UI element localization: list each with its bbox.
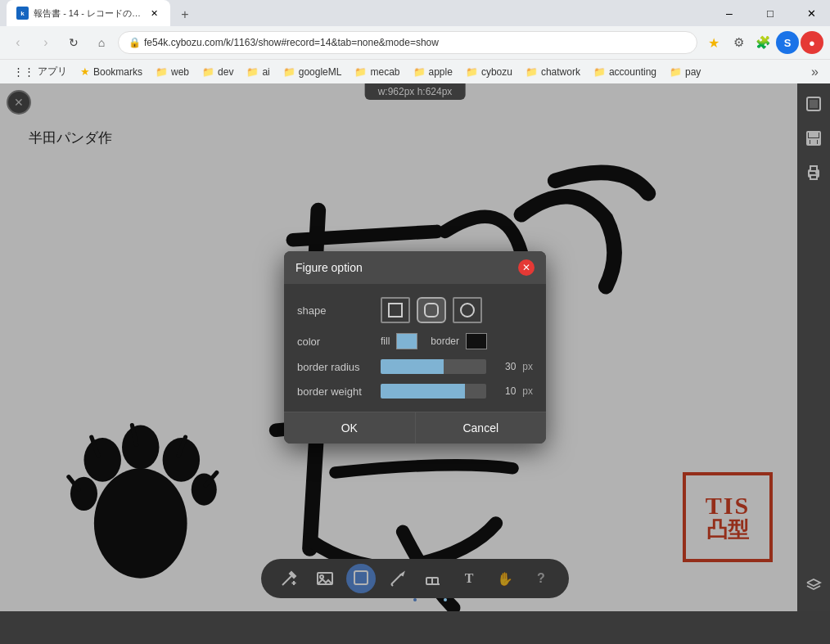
bookmark-bookmarks-label: Bookmarks bbox=[93, 66, 142, 78]
border-color-swatch[interactable] bbox=[466, 333, 487, 349]
lock-icon: 🔒 bbox=[129, 37, 141, 48]
maximize-button[interactable]: □ bbox=[751, 0, 789, 26]
notification-button[interactable]: ● bbox=[801, 31, 823, 54]
bookmark-apps-label: アプリ bbox=[38, 65, 67, 79]
extensions-button[interactable]: 🧩 bbox=[751, 31, 774, 54]
border-radius-value: 30 bbox=[493, 361, 516, 372]
border-weight-value: 10 bbox=[493, 385, 516, 397]
bookmark-chatwork[interactable]: 📁 chatwork bbox=[519, 65, 587, 79]
bookmark-ai[interactable]: 📁 ai bbox=[240, 65, 276, 79]
tab-close-button[interactable]: ✕ bbox=[148, 7, 160, 20]
bookmark-mecab-label: mecab bbox=[370, 66, 399, 78]
bookmark-web[interactable]: 📁 web bbox=[149, 65, 196, 79]
address-bar-input[interactable]: 🔒 fe54k.cybozu.com/k/1163/show#record=14… bbox=[118, 31, 697, 54]
rounded-rect-shape-button[interactable] bbox=[417, 297, 446, 323]
fill-color-swatch[interactable] bbox=[396, 333, 417, 349]
border-weight-slider[interactable] bbox=[381, 384, 486, 399]
bookmark-cybozu[interactable]: 📁 cybozu bbox=[459, 65, 519, 79]
bookmark-apple-label: apple bbox=[429, 66, 453, 78]
bookmark-bookmarks[interactable]: ★ Bookmarks bbox=[74, 64, 149, 79]
dialog-cancel-button[interactable]: Cancel bbox=[416, 412, 547, 444]
reload-button[interactable]: ↻ bbox=[62, 31, 85, 54]
shape-label: shape bbox=[297, 304, 371, 317]
account-avatar[interactable]: S bbox=[776, 31, 799, 54]
border-radius-unit: px bbox=[522, 361, 533, 372]
bookmark-cybozu-label: cybozu bbox=[481, 66, 512, 78]
home-button[interactable]: ⌂ bbox=[90, 31, 113, 54]
border-radius-slider[interactable] bbox=[381, 359, 486, 374]
bookmark-mecab[interactable]: 📁 mecab bbox=[348, 65, 406, 79]
active-tool-indicator bbox=[444, 598, 447, 601]
fill-label: fill bbox=[381, 336, 390, 347]
border-label: border bbox=[431, 336, 459, 347]
tab-favicon: k bbox=[16, 7, 29, 20]
close-window-button[interactable]: ✕ bbox=[792, 0, 830, 26]
tab-label: 報告書 - 14 - レコードの詳細 bbox=[34, 7, 143, 20]
svg-rect-29 bbox=[389, 304, 402, 317]
bookmark-accounting[interactable]: 📁 accounting bbox=[587, 65, 663, 79]
bookmark-apple[interactable]: 📁 apple bbox=[407, 65, 459, 79]
bookmark-dev-label: dev bbox=[218, 66, 233, 78]
active-tab[interactable]: k 報告書 - 14 - レコードの詳細 ✕ bbox=[7, 0, 170, 26]
dialog-title: Figure option bbox=[295, 261, 363, 274]
square-shape-button[interactable] bbox=[381, 297, 410, 323]
border-radius-label: border radius bbox=[297, 361, 371, 373]
circle-shape-button[interactable] bbox=[453, 297, 482, 323]
bookmark-apps[interactable]: ⋮⋮ アプリ bbox=[7, 63, 74, 80]
color-label: color bbox=[297, 336, 371, 348]
bookmarks-more-button[interactable]: » bbox=[806, 63, 823, 81]
back-button[interactable]: ‹ bbox=[7, 31, 29, 54]
bookmark-star-button[interactable]: ★ bbox=[702, 31, 725, 54]
svg-point-31 bbox=[461, 304, 474, 317]
url-text: fe54k.cybozu.com/k/1163/show#record=14&t… bbox=[144, 37, 439, 48]
border-weight-label: border weight bbox=[297, 385, 371, 398]
figure-option-dialog: Figure option ✕ shape bbox=[284, 251, 546, 444]
forward-button[interactable]: › bbox=[34, 31, 57, 54]
bookmark-dev[interactable]: 📁 dev bbox=[196, 65, 240, 79]
bookmark-googleml[interactable]: 📁 googleML bbox=[277, 65, 349, 79]
svg-rect-30 bbox=[425, 304, 438, 317]
modal-overlay: Figure option ✕ shape bbox=[0, 83, 830, 611]
bookmark-chatwork-label: chatwork bbox=[541, 66, 580, 78]
minimize-button[interactable]: – bbox=[710, 0, 748, 26]
bookmark-googleml-label: googleML bbox=[299, 66, 342, 78]
new-tab-button[interactable]: + bbox=[174, 3, 196, 26]
bookmark-pay-label: pay bbox=[685, 66, 701, 78]
border-weight-unit: px bbox=[522, 385, 533, 397]
dialog-close-button[interactable]: ✕ bbox=[518, 259, 535, 276]
bookmark-ai-label: ai bbox=[262, 66, 269, 78]
bookmark-web-label: web bbox=[171, 66, 189, 78]
dialog-ok-button[interactable]: OK bbox=[284, 412, 416, 444]
settings-button[interactable]: ⚙ bbox=[727, 31, 750, 54]
bookmark-pay[interactable]: 📁 pay bbox=[663, 65, 707, 79]
bookmark-accounting-label: accounting bbox=[609, 66, 656, 78]
